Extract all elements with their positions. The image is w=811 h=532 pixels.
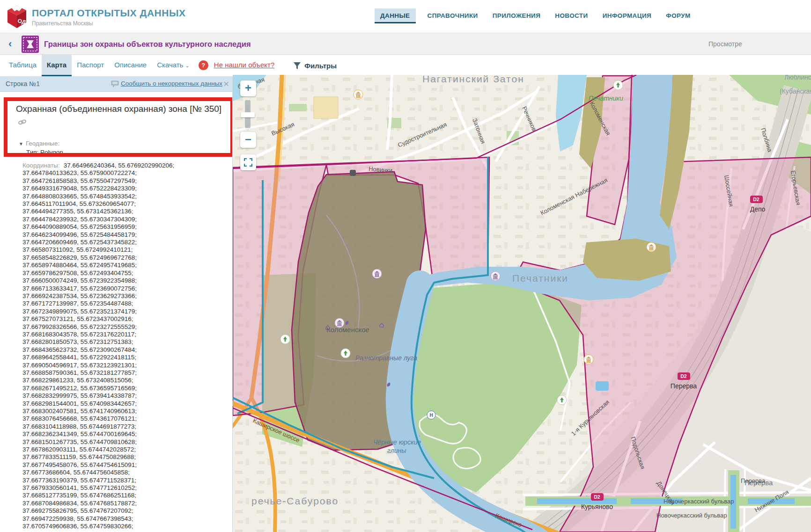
coordinate-line: 37.6647261858583, 55.6755047297549;	[22, 177, 229, 185]
nav-novosti[interactable]: НОВОСТИ	[552, 8, 590, 23]
coordinate-line: 37.6682671495212, 55.6736595716569;	[22, 385, 229, 392]
coordinates-label: Координаты:	[22, 162, 60, 169]
label-pechatniki-district: Печатники	[512, 273, 568, 284]
label-clay2: глины	[387, 447, 406, 454]
help-icon[interactable]: ?	[199, 60, 208, 70]
coordinate-line: 37.668229861233, 55.6732408515056;	[22, 377, 229, 384]
nav-dannye[interactable]: ДАННЫЕ	[375, 8, 416, 23]
report-incorrect-data-link[interactable]: Сообщить о некорректных данных	[121, 80, 222, 87]
geodata-toggle[interactable]: ▼Геоданные:	[19, 140, 59, 147]
zoom-slider-handle[interactable]	[241, 112, 255, 117]
chevron-down-icon: ⌄	[185, 63, 190, 68]
coordinate-line: 37.6669242387534, 55.6723629273366;	[22, 292, 229, 300]
coordinates-first-line: Координаты:37.664966240364, 55.676920299…	[22, 162, 229, 169]
object-title: Охранная (объединенная охранная) зона [№…	[16, 102, 226, 128]
filters-button[interactable]: Фильтры	[293, 55, 337, 76]
tab-karta[interactable]: Карта	[42, 55, 72, 76]
coordinate-line: 37.6687084986834, 55.6747685178872;	[22, 500, 229, 507]
coordinate-line: 37.6683076456668, 55.6743617076121;	[22, 415, 229, 423]
coordinate-line: 37.6658974880464, 55.6724957419685;	[22, 262, 229, 269]
label-kubanskaya: (Кубанская	[780, 87, 811, 95]
nav-spravochniki[interactable]: СПРАВОЧНИКИ	[425, 8, 481, 23]
comment-icon	[111, 80, 119, 87]
coordinate-line: 37.6689642558441, 55.6722922418115;	[22, 354, 229, 361]
museum-icon	[354, 90, 363, 99]
main-nav: ДАННЫЕ СПРАВОЧНИКИ ПРИЛОЖЕНИЯ НОВОСТИ ИН…	[375, 8, 693, 23]
museum-icon	[372, 269, 382, 278]
triangle-down-icon: ▼	[19, 141, 23, 146]
link-icon[interactable]	[18, 119, 27, 125]
svg-text:Новочеркасский бульвар: Новочеркасский бульвар	[656, 512, 727, 519]
tree-icon	[341, 349, 350, 358]
nav-informatsiya[interactable]: ИНФОРМАЦИЯ	[600, 8, 655, 23]
zoom-out-button[interactable]: −	[240, 132, 256, 148]
svg-text:Новочеркасский бульвар: Новочеркасский бульвар	[664, 498, 734, 505]
tab-bar: Таблица Карта Паспорт Описание Скачать ⌄…	[0, 55, 811, 76]
tab-skachat[interactable]: Скачать ⌄	[152, 55, 195, 76]
coordinate-line: 37.665807311092, 55.6724992410121;	[22, 246, 229, 254]
coordinates-list: 37.6647840133623, 55.6759000722274;37.66…	[22, 169, 229, 532]
coordinate-line: 37.6692755826795, 55.674767207092;	[22, 507, 229, 515]
coordinate-line: 37.6649331679048, 55.6752228423309;	[22, 185, 229, 192]
dataset-title: Границы зон охраны объектов культурного …	[44, 40, 251, 49]
coordinate-line: 37.6682832999975, 55.6739414338787;	[22, 392, 229, 400]
map-canvas[interactable]: Н D2 Депо D2 Перерва D2 Курьяново Нагати…	[233, 75, 811, 532]
top-header: ОД ПОРТАЛ ОТКРЫТЫХ ДАННЫХ Правительства …	[0, 0, 811, 33]
zoom-in-button[interactable]: +	[240, 80, 256, 96]
coordinate-line: 37.669472259938, 55.6747667398543;	[22, 515, 229, 523]
dataset-bar: ‹ Границы зон охраны объектов культурног…	[0, 33, 811, 55]
funnel-icon	[293, 62, 301, 70]
tree-icon	[557, 395, 567, 405]
coordinate-line: 37.6705749606836, 55.674759830266;	[22, 523, 229, 530]
coordinate-line: 37.6684365623732, 55.6723090267484;	[22, 346, 229, 354]
svg-text:Депо: Депо	[750, 205, 766, 213]
coordinate-line: 37.6644784239932, 55.6730347304309;	[22, 216, 229, 223]
river-island	[583, 239, 671, 281]
svg-text:Перерва: Перерва	[741, 477, 766, 484]
coordinate-line: 37.6677833511159, 55.6744750829688;	[22, 453, 229, 461]
museum-icon	[584, 355, 593, 364]
label-kolomenskoye: Коломенское	[326, 326, 369, 334]
fullscreen-button[interactable]	[240, 154, 256, 170]
fullscreen-icon	[244, 158, 252, 167]
coordinate-line: 37.6659786297508, 55.672493404755;	[22, 270, 229, 277]
helipad-icon: Н	[429, 413, 433, 418]
coordinate-line: 37.6658548226829, 55.6724969672768;	[22, 254, 229, 262]
views-label[interactable]: Просмотре	[708, 40, 742, 48]
label-meadow: Разнотравные луга	[355, 354, 417, 362]
coordinate-line: 37.6682801850573, 55.672312751383;	[22, 338, 229, 346]
portal-logo-icon[interactable]: ОД	[6, 4, 28, 29]
not-found-link[interactable]: Не нашли объект?	[210, 55, 278, 76]
label-lyublino: Люблинск	[784, 75, 811, 81]
tab-opisanie[interactable]: Описание	[109, 55, 152, 76]
coordinate-line: 37.6648808033665, 55.6748453933542;	[22, 193, 229, 200]
tab-pasport[interactable]: Паспорт	[72, 55, 109, 76]
coordinate-line: 37.6681501267735, 55.6744709810628;	[22, 438, 229, 446]
svg-text:D2: D2	[594, 494, 600, 500]
coordinate-line: 37.6681683043578, 55.6723176220117;	[22, 331, 229, 338]
coordinate-line: 37.6679928326566, 55.6723272555529;	[22, 323, 229, 331]
coordinate-line: 37.6682981544001, 55.6740983442657;	[22, 400, 229, 408]
tree-icon	[280, 335, 290, 344]
nav-forum[interactable]: ФОРУМ	[663, 8, 693, 23]
dataset-category-icon[interactable]	[22, 36, 39, 53]
coordinate-line: 37.6660500074249, 55.6723922354988;	[22, 277, 229, 284]
close-icon[interactable]: ×	[223, 78, 229, 89]
svg-text:Перерва: Перерва	[671, 382, 697, 390]
coordinate-line: 37.6671727139987, 55.672354487488;	[22, 300, 229, 307]
nav-prilozheniya[interactable]: ПРИЛОЖЕНИЯ	[490, 8, 544, 23]
tab-tablitsa[interactable]: Таблица	[4, 55, 42, 76]
coordinate-line: 37.670625720128, 55.6748429315629;	[22, 531, 229, 532]
label-nagatinsky-zaton: Нагатинский Затон	[422, 75, 524, 84]
coordinate-line: 37.664494277355, 55.6731425362136;	[22, 208, 229, 215]
svg-text:Курьяново: Курьяново	[581, 503, 613, 510]
coordinate-line: 37.6677495458076, 55.6744754615091;	[22, 461, 229, 469]
feature-panel-header: Строка №1 Сообщить о некорректных данных…	[0, 76, 233, 92]
tree-icon	[613, 80, 623, 90]
museum-icon	[491, 271, 500, 281]
coordinate-line: 37.6646234099496, 55.6725484458179;	[22, 231, 229, 239]
back-chevron-icon[interactable]: ‹	[8, 38, 12, 50]
coordinate-line: 37.66773686604, 55.6744756045858;	[22, 469, 229, 476]
coordinate-line: 37.667527073121, 55.6723437002916;	[22, 315, 229, 323]
coordinate-line: 37.6678620903111, 55.6744742028572;	[22, 446, 229, 453]
